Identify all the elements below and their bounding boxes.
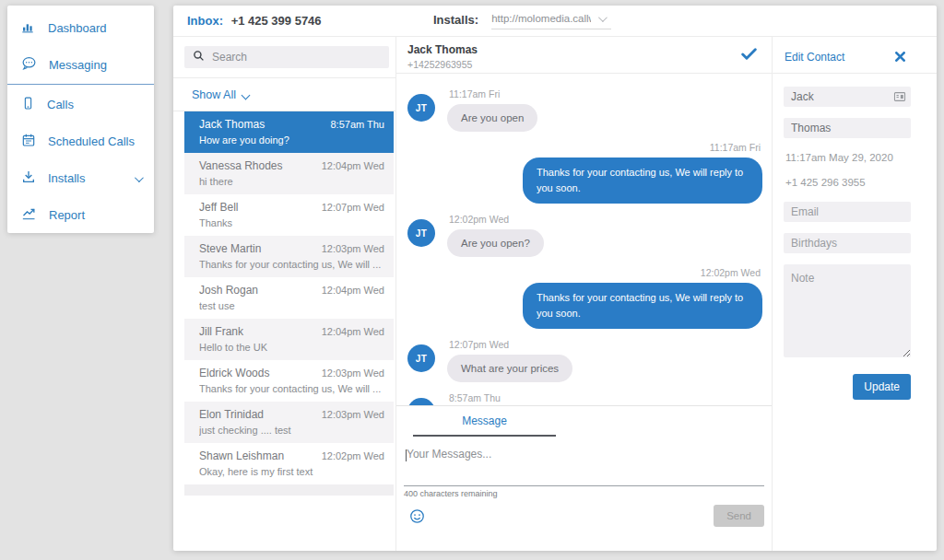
message-time: 12:07pm Wed — [449, 339, 571, 350]
conversation-preview: hi there — [199, 176, 384, 187]
contact-phone-number: +1 425 296 3955 — [785, 177, 909, 188]
message-time: 8:57am Thu — [449, 392, 567, 403]
conversation-row[interactable]: Steve Martin12:03pm Wed Thanks for your … — [184, 236, 394, 277]
line-chart-icon — [21, 206, 37, 224]
conversation-row[interactable]: Jack Thomas8:57am Thu How are you doing? — [184, 111, 394, 153]
search-box[interactable] — [184, 46, 389, 68]
edit-contact-title: Edit Contact — [785, 51, 844, 64]
sidebar-item-messaging[interactable]: Messaging — [7, 46, 154, 83]
sidebar-item-calls[interactable]: Calls — [7, 86, 154, 122]
conversation-time: 12:03pm Wed — [322, 409, 384, 420]
birthdays-field-wrap — [784, 233, 911, 253]
conversation-row[interactable]: Jeff Bell12:07pm Wed Thanks — [184, 194, 394, 236]
conversation-row[interactable]: Elon Trinidad12:03pm Wed just checking .… — [184, 402, 394, 443]
avatar: JT — [407, 398, 435, 406]
chat-header: Jack Thomas +14252963955 — [396, 37, 772, 74]
conversation-row-partial[interactable] — [184, 484, 394, 496]
conversation-preview: Thanks for your contacting us, We will .… — [199, 259, 384, 270]
avatar: JT — [407, 219, 435, 247]
conversation-time: 12:04pm Wed — [322, 160, 384, 171]
conversation-time: 8:57am Thu — [330, 119, 384, 130]
message-bubble: What are your prices — [447, 355, 572, 382]
email-input[interactable] — [784, 202, 911, 222]
inbox-phone-number: +1 425 399 5746 — [231, 14, 322, 28]
tab-message[interactable]: Message — [413, 414, 556, 437]
conversation-row[interactable]: Shawn Leishman12:02pm Wed Okay, here is … — [184, 443, 394, 484]
close-icon[interactable] — [895, 52, 905, 62]
note-input[interactable] — [784, 264, 911, 357]
message-bubble: Are you open? — [447, 229, 544, 257]
conversation-name: Elon Trinidad — [199, 408, 264, 421]
last-name-input[interactable] — [784, 118, 911, 138]
sidebar-item-scheduled-calls[interactable]: Scheduled Calls — [7, 122, 154, 159]
conversation-row[interactable]: Vanessa Rhodes12:04pm Wed hi there — [184, 153, 394, 194]
emoji-icon[interactable] — [409, 508, 425, 524]
conversation-row[interactable]: Josh Rogan12:04pm Wed test use — [184, 277, 394, 319]
conversation-name: Jill Frank — [199, 325, 243, 338]
mark-resolved-check-icon[interactable] — [741, 47, 757, 64]
conversation-row[interactable]: Jill Frank12:04pm Wed Hello to the UK — [184, 319, 394, 360]
sidebar-item-report[interactable]: Report — [7, 196, 154, 233]
conversation-name: Steve Martin — [199, 242, 261, 255]
first-name-field-wrap — [784, 87, 911, 107]
update-button[interactable]: Update — [853, 374, 911, 400]
conversation-name: Vanessa Rhodes — [199, 159, 283, 172]
contact-created-at: 11:17am May 29, 2020 — [785, 152, 909, 163]
sidebar-item-label: Messaging — [49, 58, 107, 72]
search-input[interactable] — [212, 51, 381, 64]
message-time: 12:02pm Wed — [449, 214, 542, 225]
main-panel: Inbox: +1 425 399 5746 Installs: http://… — [173, 6, 937, 551]
avatar: JT — [407, 344, 435, 372]
conversation-time: 12:03pm Wed — [322, 243, 384, 254]
show-all-filter[interactable]: Show All — [184, 78, 395, 111]
message-history: JT 11:17am Fri Are you open 11:17am Fri … — [396, 74, 772, 406]
outgoing-message: 12:02pm Wed Thanks for your contacting u… — [407, 267, 762, 329]
search-icon — [193, 49, 205, 65]
mobile-phone-icon — [21, 96, 35, 113]
sidebar-item-dashboard[interactable]: Dashboard — [7, 9, 154, 46]
conversation-row[interactable]: Eldrick Woods12:03pm Wed Thanks for your… — [184, 360, 394, 402]
first-name-input[interactable] — [784, 87, 911, 107]
chat-contact-name: Jack Thomas — [407, 43, 772, 56]
sidebar-active-divider — [7, 84, 154, 85]
inbox-info: Inbox: +1 425 399 5746 — [187, 14, 322, 28]
last-name-field-wrap — [784, 118, 911, 138]
download-icon — [21, 169, 36, 187]
conversation-preview: Thanks for your contacting us, We will .… — [199, 383, 384, 394]
email-field-wrap — [784, 202, 911, 222]
conversation-time: 12:07pm Wed — [322, 202, 384, 213]
conversation-time: 12:03pm Wed — [322, 368, 384, 379]
conversation-preview: just checking .... test — [199, 425, 384, 436]
avatar: JT — [407, 94, 435, 122]
conversation-preview: Hello to the UK — [199, 342, 384, 353]
incoming-message: JT 12:07pm Wed What are your prices — [407, 339, 762, 382]
message-time: 11:17am Fri — [449, 88, 536, 99]
installs-group: Installs: http://molomedia.callwid — [433, 13, 611, 29]
installs-dropdown[interactable]: http://molomedia.callwid — [491, 13, 611, 29]
conversation-time: 12:02pm Wed — [322, 450, 384, 461]
inbox-label: Inbox: — [187, 14, 223, 28]
compose-area: Message 400 characters remaining Send — [396, 406, 772, 551]
sidebar-item-label: Report — [49, 208, 85, 222]
text-caret — [406, 449, 407, 461]
conversation-name: Eldrick Woods — [199, 367, 269, 379]
conversation-time: 12:04pm Wed — [322, 285, 384, 296]
message-time: 12:02pm Wed — [701, 267, 761, 278]
characters-remaining: 400 characters remaining — [404, 489, 772, 498]
birthdays-input[interactable] — [784, 233, 911, 253]
sidebar-item-label: Installs — [48, 171, 85, 185]
note-field-wrap — [784, 264, 911, 361]
message-bubble: Thanks for your contacting us, We will r… — [523, 283, 762, 329]
chat-panel: Jack Thomas +14252963955 JT 11:17am Fri … — [396, 37, 773, 551]
send-button[interactable]: Send — [714, 505, 764, 527]
message-time: 11:17am Fri — [710, 142, 761, 153]
edit-contact-panel: Edit Contact 11:17am May 29, 2020 +1 425… — [773, 37, 937, 551]
sidebar-item-label: Scheduled Calls — [48, 134, 135, 148]
conversation-preview: Thanks — [199, 217, 384, 228]
message-bubble: Thanks for your contacting us, We will r… — [523, 158, 762, 204]
message-input[interactable] — [404, 440, 764, 486]
conversation-name: Shawn Leishman — [199, 449, 284, 462]
chevron-down-icon — [242, 88, 249, 101]
incoming-message: JT 12:02pm Wed Are you open? — [407, 214, 762, 257]
sidebar-item-installs[interactable]: Installs — [7, 159, 154, 196]
